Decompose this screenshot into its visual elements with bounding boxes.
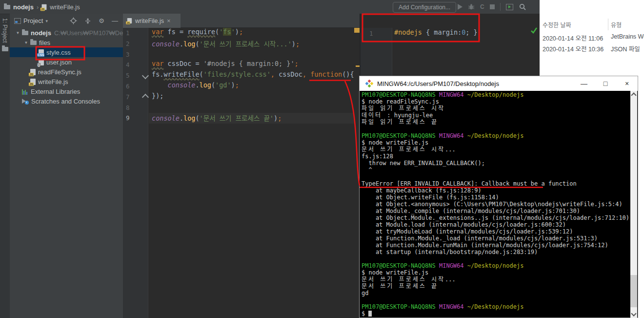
breadcrumb-file[interactable]: writeFile.js — [50, 3, 80, 11]
inspections-ok-check-icon[interactable] — [530, 27, 538, 34]
add-configuration-button[interactable]: Add Configuration... — [393, 2, 456, 13]
line-number: 3 — [126, 49, 138, 60]
tree-item-label: user.json — [46, 59, 72, 66]
terminal-line-12 — [362, 173, 631, 180]
editor-left-tabbar: JS writeFile.js × — [123, 14, 360, 28]
project-panel: Project ▾ ⚙ — ▼nodejsC:₩Users₩PM107₩Desk… — [10, 14, 123, 318]
toolbar-divider — [500, 3, 501, 11]
file-row-1-date[interactable]: 2020-01-14 오전 10:36 — [543, 44, 604, 53]
terminal-line-29: gd — [362, 290, 631, 297]
settings-gear-icon[interactable]: ⚙ — [99, 17, 104, 24]
tree-item-label: Scratches and Consoles — [31, 98, 100, 105]
editor-writefile-js[interactable]: 123456789 var fs = require('fs');console… — [123, 28, 360, 318]
line-number: 1 — [369, 28, 373, 39]
scroll-up-icon[interactable] — [631, 92, 636, 98]
terminal-scrollbar[interactable] — [630, 91, 637, 318]
scroll-down-icon[interactable] — [631, 311, 636, 316]
tree-item-scratches-and-consoles[interactable]: Scratches and Consoles — [10, 97, 135, 106]
terminal-line-22: at Function.Module.runMain (internal/mod… — [362, 242, 631, 249]
tab-label: writeFile.js — [135, 18, 164, 24]
column-header-date[interactable]: 수정한 날짜 — [543, 21, 571, 29]
line-number: 2 — [126, 39, 138, 49]
tab-writefile-js[interactable]: JS writeFile.js × — [123, 14, 181, 28]
maximize-button[interactable]: □ — [595, 76, 616, 91]
project-tree: ▼nodejsC:₩Users₩PM107₩Desk▼filesCSSstyle… — [10, 28, 123, 318]
expand-arrow-icon[interactable]: ▼ — [22, 41, 30, 45]
msys-icon — [365, 80, 373, 87]
code-line-5[interactable]: fs.writeFile('files/style.css', cssDoc, … — [152, 70, 354, 81]
search-icon[interactable] — [519, 3, 526, 11]
terminal-line-18: at Object.Module._extensions..js (intern… — [362, 214, 631, 221]
terminal-line-5 — [362, 126, 631, 132]
css-file-icon: CSS — [39, 49, 44, 56]
code-line-9[interactable]: console.log('문서 쓰기 프로세스 끝'); — [152, 113, 282, 124]
column-header-type[interactable]: 유형 — [611, 21, 622, 29]
project-panel-title[interactable]: Project — [23, 17, 43, 24]
mingw64-terminal-window[interactable]: MINGW64:/c/Users/PM107/Desktop/nodejs — … — [359, 76, 638, 318]
code-line-7[interactable]: }); — [152, 92, 163, 103]
tree-item-label: style.css — [46, 49, 71, 56]
terminal-title-bar[interactable]: MINGW64:/c/Users/PM107/Desktop/nodejs — … — [360, 76, 638, 91]
column-divider[interactable] — [608, 19, 608, 30]
terminal-line-31: PM107@DESKTOP-NAQQ8NS MINGW64 ~/Desktop/… — [362, 303, 631, 310]
folder-icon — [30, 41, 37, 45]
file-row-1-type[interactable]: JSON 파일 — [611, 44, 640, 53]
scrollbar-thumb[interactable] — [630, 275, 637, 307]
code-line-6[interactable]: console.log('gd'); — [152, 81, 239, 92]
terminal-output[interactable]: PM107@DESKTOP-NAQQ8NS MINGW64 ~/Desktop/… — [362, 91, 631, 318]
terminal-line-27: 문서 쓰기 프로세스 시작... — [362, 276, 631, 283]
hide-panel-icon[interactable]: — — [112, 17, 118, 24]
collapse-all-icon[interactable] — [84, 18, 91, 24]
minimize-button[interactable]: — — [573, 76, 595, 91]
breadcrumb-project[interactable]: nodejs — [13, 3, 34, 11]
terminal-line-25: PM107@DESKTOP-NAQQ8NS MINGW64 ~/Desktop/… — [362, 262, 631, 269]
terminal-line-2: 파일 읽기 프로세스 시작 — [362, 105, 631, 112]
file-row-0-date[interactable]: 2020-01-14 오전 11:06 — [543, 33, 603, 42]
screen: nodejs › JS writeFile.js Add Configurati… — [0, 0, 644, 318]
tree-item-label: writeFile.js — [38, 78, 68, 85]
expand-arrow-icon[interactable]: ▼ — [14, 31, 22, 35]
terminal-line-32: $ — [362, 310, 631, 317]
chevron-down-icon[interactable]: ▾ — [45, 19, 48, 23]
tree-item-external-libraries[interactable]: External Libraries — [10, 87, 135, 97]
ide-title-bar: nodejs › JS writeFile.js Add Configurati… — [0, 0, 540, 14]
close-icon[interactable]: × — [167, 17, 171, 24]
folder-icon — [4, 5, 10, 9]
js-file-icon: JS — [30, 79, 36, 85]
tree-item-nodejs[interactable]: ▼nodejsC:₩Users₩PM107₩Desk — [10, 28, 127, 38]
terminal-line-19: at Module.load (internal/modules/cjs/loa… — [362, 221, 631, 228]
run-button[interactable] — [458, 4, 463, 10]
breadcrumb[interactable]: nodejs › JS writeFile.js — [4, 0, 80, 14]
terminal-line-23: at startup (internal/bootstrap/node.js:2… — [362, 249, 631, 255]
run-anything-icon[interactable] — [506, 4, 513, 10]
tree-item-label: nodejs — [31, 29, 51, 37]
terminal-line-16: at Object.<anonymous> (C:\Users\PM107\De… — [362, 201, 631, 208]
terminal-title: MINGW64:/c/Users/PM107/Desktop/nodejs — [377, 80, 573, 87]
terminal-line-20: at tryModuleLoad (internal/modules/cjs/l… — [362, 228, 631, 235]
terminal-line-4: 파일 읽기 프로세스 끝 — [362, 119, 631, 126]
code-line-4[interactable]: var cssDoc = '#nodejs { margin:0; }'; — [152, 60, 299, 70]
file-row-0-type[interactable]: JetBrains Wel — [611, 33, 644, 40]
line-number: 7 — [126, 92, 138, 103]
terminal-line-14: at maybeCallback (fs.js:128:9) — [362, 187, 631, 194]
locate-icon[interactable] — [70, 17, 77, 24]
project-tool-window-button[interactable]: 1: Project — [1, 18, 8, 43]
terminal-line-9: fs.js:128 — [362, 153, 631, 160]
code-line-1[interactable]: var fs = require('fs'); — [152, 28, 243, 39]
project-panel-header: Project ▾ ⚙ — — [10, 14, 123, 28]
code-line-2[interactable]: console.log('문서 쓰기 프로세스 시작...'); — [152, 39, 300, 49]
stop-button[interactable] — [490, 4, 495, 9]
js-file-icon: JS — [42, 4, 47, 10]
tree-item-files[interactable]: ▼files — [10, 38, 135, 47]
tool-window-strip: 1: Project — [0, 14, 10, 318]
debug-icon[interactable] — [468, 3, 475, 10]
line-number: 9 — [126, 113, 138, 124]
terminal-line-13: TypeError [ERR_INVALID_CALLBACK]: Callba… — [362, 180, 631, 187]
line-number: 4 — [126, 60, 138, 70]
coverage-icon[interactable]: C — [480, 3, 484, 10]
close-button[interactable]: × — [616, 76, 638, 91]
code-line-1[interactable]: #nodejs { margin:0; } — [394, 28, 478, 39]
terminal-line-21: at Function.Module._load (internal/modul… — [362, 235, 631, 242]
terminal-line-8: 문서 쓰기 프로세스 시작... — [362, 146, 631, 153]
terminal-line-1: $ node readFileSync.js — [362, 98, 631, 105]
